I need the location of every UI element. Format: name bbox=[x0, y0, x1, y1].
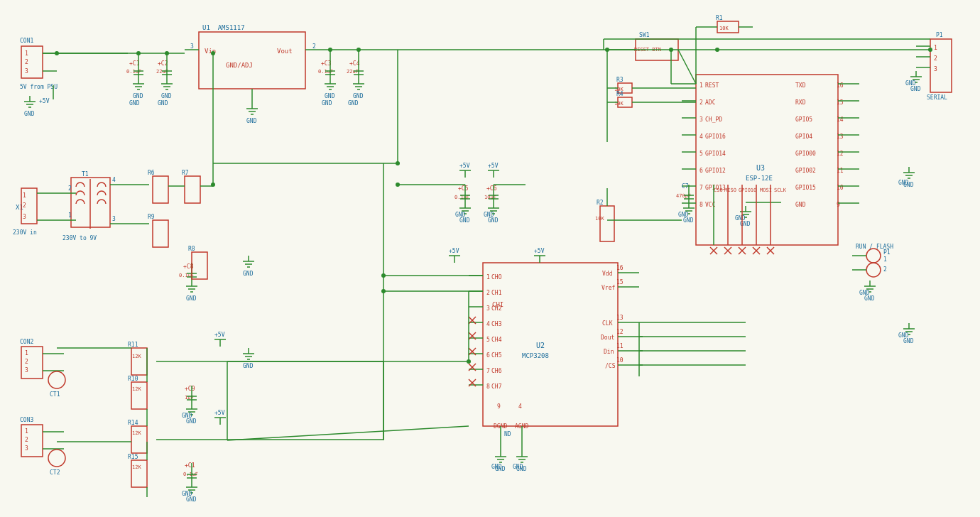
schematic-canvas bbox=[0, 0, 980, 517]
